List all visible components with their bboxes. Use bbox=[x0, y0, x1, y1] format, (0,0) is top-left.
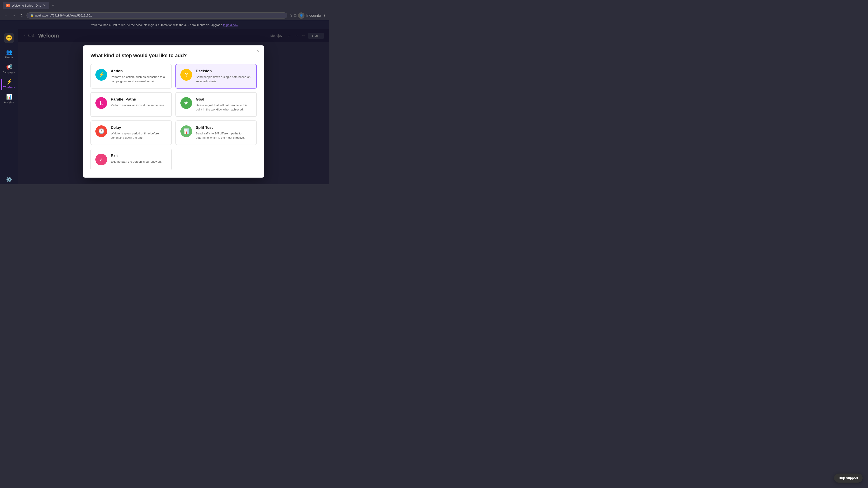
analytics-icon: 📊 bbox=[6, 94, 12, 100]
tab-favicon: D bbox=[6, 4, 10, 7]
decision-title: Decision bbox=[196, 69, 252, 73]
decision-description: Send people down a single path based on … bbox=[196, 75, 252, 84]
tab-title: Welcome Series - Drip bbox=[12, 4, 41, 7]
step-card-exit[interactable]: ✓ Exit Exit the path the person is curre… bbox=[90, 149, 172, 170]
sidebar-logo[interactable]: 😊 bbox=[4, 33, 14, 43]
action-title: Action bbox=[111, 69, 167, 73]
step-card-goal[interactable]: ★ Goal Define a goal that will pull peop… bbox=[176, 92, 257, 117]
action-content: Action Perform an action, such as subscr… bbox=[111, 69, 167, 84]
goal-icon: ★ bbox=[180, 97, 192, 109]
lock-icon: 🔒 bbox=[30, 14, 34, 17]
parallel-description: Perform several actions at the same time… bbox=[111, 103, 165, 107]
decision-content: Decision Send people down a single path … bbox=[196, 69, 252, 84]
modal-title: What kind of step would you like to add? bbox=[90, 53, 257, 59]
refresh-button[interactable]: ↻ bbox=[19, 12, 25, 19]
modal-close-button[interactable]: × bbox=[257, 49, 259, 54]
exit-title: Exit bbox=[111, 154, 162, 158]
browser-tab[interactable]: D Welcome Series - Drip ✕ bbox=[3, 2, 49, 9]
sidebar-item-settings[interactable]: ⚙️ Settings bbox=[1, 175, 17, 184]
goal-description: Define a goal that will pull people to t… bbox=[196, 103, 252, 112]
url-text: getdrip.com/7641396/workflows/516121561 bbox=[35, 14, 92, 17]
delay-icon: 🕐 bbox=[95, 125, 107, 137]
step-card-decision[interactable]: ? Decision Send people down a single pat… bbox=[176, 64, 257, 89]
sidebar-label-settings: Settings bbox=[4, 184, 13, 184]
forward-nav-button[interactable]: → bbox=[11, 13, 17, 19]
sidebar-item-analytics[interactable]: 📊 Analytics bbox=[1, 92, 17, 105]
settings-icon: ⚙️ bbox=[6, 177, 12, 183]
incognito-label: Incognito bbox=[306, 13, 321, 18]
star-icon[interactable]: ☆ bbox=[289, 13, 292, 18]
split-content: Split Test Send traffic to 2-5 different… bbox=[196, 125, 252, 140]
extension-icon[interactable]: □ bbox=[294, 13, 296, 18]
step-card-parallel[interactable]: ⇅ Parallel Paths Perform several actions… bbox=[90, 92, 172, 117]
upgrade-link[interactable]: to paid now bbox=[223, 23, 238, 27]
step-card-delay[interactable]: 🕐 Delay Wait for a given period of time … bbox=[90, 121, 172, 145]
new-tab-button[interactable]: + bbox=[51, 2, 55, 9]
step-type-modal: What kind of step would you like to add?… bbox=[83, 45, 264, 177]
step-options-grid: ⚡ Action Perform an action, such as subs… bbox=[90, 64, 257, 170]
split-title: Split Test bbox=[196, 125, 252, 130]
people-icon: 👥 bbox=[6, 49, 12, 55]
sidebar-label-workflows: Workflows bbox=[3, 86, 15, 89]
action-icon: ⚡ bbox=[95, 69, 107, 80]
nav-actions: ☆ □ 👤 Incognito ⋮ bbox=[289, 12, 327, 19]
delay-description: Wait for a given period of time before c… bbox=[111, 131, 167, 140]
workflows-icon: ⚡ bbox=[6, 79, 12, 85]
goal-content: Goal Define a goal that will pull people… bbox=[196, 97, 252, 112]
delay-content: Delay Wait for a given period of time be… bbox=[111, 125, 167, 140]
trial-text: Your trial has 40 left to run. All the a… bbox=[91, 23, 222, 27]
logo-icon: 😊 bbox=[6, 35, 12, 41]
browser-chrome: D Welcome Series - Drip ✕ + bbox=[0, 0, 329, 11]
parallel-title: Parallel Paths bbox=[111, 97, 165, 102]
parallel-icon: ⇅ bbox=[95, 97, 107, 109]
sidebar-bottom: ⚙️ Settings bbox=[1, 175, 17, 184]
sidebar-label-campaigns: Campaigns bbox=[3, 71, 16, 74]
sidebar-item-campaigns[interactable]: 📢 Campaigns bbox=[1, 62, 17, 75]
app-container: 😊 👥 People 📢 Campaigns ⚡ Workflows 📊 Ana… bbox=[0, 29, 329, 184]
split-icon: 📊 bbox=[180, 125, 192, 137]
step-card-action[interactable]: ⚡ Action Perform an action, such as subs… bbox=[90, 64, 172, 89]
goal-title: Goal bbox=[196, 97, 252, 102]
sidebar-item-workflows[interactable]: ⚡ Workflows bbox=[1, 77, 17, 90]
exit-content: Exit Exit the path the person is current… bbox=[111, 154, 162, 164]
trial-banner: Your trial has 40 left to run. All the a… bbox=[0, 20, 329, 29]
nav-bar: ← → ↻ 🔒 getdrip.com/7641396/workflows/51… bbox=[0, 11, 329, 20]
address-bar[interactable]: 🔒 getdrip.com/7641396/workflows/51612156… bbox=[26, 12, 287, 19]
main-content: ← Back Welcom Moodjoy ↩ ↪ ··· ● OFF What… bbox=[18, 29, 329, 184]
modal-backdrop[interactable]: What kind of step would you like to add?… bbox=[18, 29, 329, 184]
incognito-button[interactable]: 👤 bbox=[298, 12, 305, 19]
decision-icon: ? bbox=[180, 69, 192, 80]
menu-icon[interactable]: ⋮ bbox=[323, 13, 327, 18]
exit-description: Exit the path the person is currently on… bbox=[111, 160, 162, 164]
action-description: Perform an action, such as subscribe to … bbox=[111, 75, 167, 84]
sidebar-item-people[interactable]: 👥 People bbox=[1, 47, 17, 61]
back-nav-button[interactable]: ← bbox=[3, 13, 9, 19]
sidebar-label-analytics: Analytics bbox=[4, 101, 14, 103]
exit-icon: ✓ bbox=[95, 154, 107, 165]
tab-close-button[interactable]: ✕ bbox=[43, 4, 46, 7]
delay-title: Delay bbox=[111, 125, 167, 130]
active-indicator bbox=[1, 79, 2, 90]
step-card-split[interactable]: 📊 Split Test Send traffic to 2-5 differe… bbox=[176, 121, 257, 145]
parallel-content: Parallel Paths Perform several actions a… bbox=[111, 97, 165, 107]
campaigns-icon: 📢 bbox=[6, 64, 12, 70]
split-description: Send traffic to 2-5 different paths to d… bbox=[196, 131, 252, 140]
sidebar: 😊 👥 People 📢 Campaigns ⚡ Workflows 📊 Ana… bbox=[0, 29, 18, 184]
sidebar-label-people: People bbox=[5, 56, 13, 59]
